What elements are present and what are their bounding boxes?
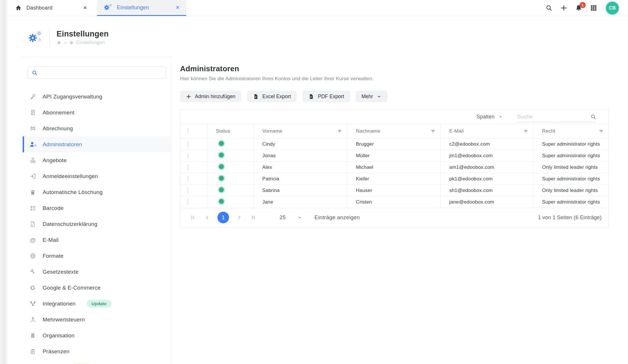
sidebar-item-administratoren[interactable]: Administratoren bbox=[23, 136, 171, 152]
filter-icon[interactable] bbox=[523, 129, 529, 134]
cell-email: jm1@edoobox.com bbox=[449, 153, 493, 158]
section-title: Administratoren bbox=[180, 64, 609, 73]
breadcrumb: > Einstellungen bbox=[57, 40, 109, 45]
sidebar-search-input[interactable] bbox=[41, 70, 162, 76]
table-row[interactable]: Jane Cristen jane@edoobox.com Super admi… bbox=[180, 196, 609, 208]
table-header-row: Status Vorname Nachname E-Mail Recht bbox=[180, 124, 609, 138]
globe-icon bbox=[29, 253, 36, 259]
sidebar-item-abrechnung[interactable]: Abrechnung bbox=[23, 120, 171, 136]
cell-recht: Super administrator rights bbox=[542, 153, 600, 158]
table-pagination: 1 25 Einträge anzeigen 1 von 1 Seiten (6… bbox=[180, 208, 609, 227]
sidebar-item-automatische-loeschung[interactable]: Automatische Löschung bbox=[23, 184, 171, 200]
tab-label: Dashboard bbox=[26, 5, 52, 11]
table-row[interactable]: Patricia Kiefer pk1@edoobox.com Super ad… bbox=[180, 173, 609, 185]
pdf-export-button[interactable]: x PDF Export bbox=[302, 91, 350, 102]
key-icon bbox=[29, 93, 36, 100]
excel-file-icon: x bbox=[253, 94, 259, 100]
sidebar-item-api-zugangsverwaltung[interactable]: API Zugangsverwaltung bbox=[23, 89, 171, 105]
topbar: Dashboard ✕ Einstellungen ✕ 1 bbox=[8, 0, 628, 16]
close-tab-icon[interactable]: ✕ bbox=[176, 5, 180, 10]
search-icon[interactable] bbox=[590, 114, 596, 120]
apps-grid-icon[interactable] bbox=[590, 4, 597, 12]
table-row[interactable]: Cindy Brugger c2@edoobox.com Super admin… bbox=[180, 138, 609, 150]
pagination-first-button[interactable] bbox=[190, 214, 196, 221]
filter-icon[interactable] bbox=[598, 129, 604, 134]
cell-vorname: Jonas bbox=[262, 153, 276, 158]
page-header: Einstellungen > Einstellungen bbox=[28, 28, 109, 46]
table-search-input[interactable] bbox=[517, 114, 588, 120]
pagination-next-button[interactable] bbox=[236, 214, 242, 221]
close-tab-icon[interactable]: ✕ bbox=[83, 6, 87, 10]
sidebar-item-datenschutzerklaerung[interactable]: Datenschutzerklärung bbox=[23, 216, 171, 232]
settings-gears-icon bbox=[28, 30, 44, 45]
pagination-last-button[interactable] bbox=[250, 214, 256, 221]
cell-recht: Only limited leader rights bbox=[542, 164, 598, 170]
cell-email: am1@edoobox.com bbox=[449, 164, 494, 170]
receipt-icon bbox=[29, 109, 36, 116]
tab-einstellungen[interactable]: Einstellungen ✕ bbox=[97, 0, 186, 16]
notifications-bell-icon[interactable]: 1 bbox=[575, 4, 582, 12]
breadcrumb-home-icon[interactable] bbox=[57, 40, 61, 45]
sidebar-item-formate[interactable]: Formate bbox=[23, 248, 171, 264]
pagination-prev-button[interactable] bbox=[204, 214, 210, 221]
cell-nachname: Müller bbox=[356, 153, 370, 158]
cell-nachname: Hauser bbox=[356, 188, 372, 193]
sidebar-item-organisation[interactable]: Organisation bbox=[23, 328, 171, 343]
table-row[interactable]: Sabrina Hauser sh1@edoobox.com Only limi… bbox=[180, 185, 609, 196]
pagination-current-page[interactable]: 1 bbox=[217, 212, 229, 223]
filter-icon[interactable] bbox=[337, 129, 342, 134]
table-row[interactable]: Alex Michael am1@edoobox.com Only limite… bbox=[180, 162, 609, 173]
pagination-summary: 1 von 1 Seiten (6 Einträge) bbox=[538, 215, 602, 221]
search-icon[interactable] bbox=[545, 4, 553, 12]
breadcrumb-current: Einstellungen bbox=[76, 40, 105, 45]
pdf-file-icon: x bbox=[308, 94, 314, 100]
sidebar-item-integrationen[interactable]: Integrationen Update bbox=[23, 296, 171, 312]
add-icon[interactable] bbox=[560, 4, 567, 12]
page-size-caret-icon[interactable] bbox=[297, 215, 302, 220]
sidebar-item-anmeldeeinstellungen[interactable]: Anmeldeeinstellungen bbox=[23, 168, 171, 184]
avatar[interactable]: CB bbox=[606, 2, 619, 14]
add-admin-button[interactable]: Admin hinzufügen bbox=[180, 91, 241, 102]
tab-dashboard[interactable]: Dashboard ✕ bbox=[9, 0, 94, 16]
row-checkbox[interactable] bbox=[188, 187, 188, 193]
row-checkbox[interactable] bbox=[188, 176, 188, 182]
topbar-actions: 1 CB bbox=[538, 0, 628, 16]
row-checkbox[interactable] bbox=[188, 153, 188, 159]
sidebar-item-rechte[interactable]: Rechte Beta bbox=[23, 359, 171, 364]
sidebar-item-angebote[interactable]: Angebote bbox=[23, 152, 171, 168]
excel-export-button[interactable]: x Excel Export bbox=[247, 91, 297, 102]
sidebar-item-abonnement[interactable]: Abonnement bbox=[23, 105, 171, 120]
page-size-value[interactable]: 25 bbox=[279, 214, 286, 221]
filter-icon[interactable] bbox=[430, 129, 436, 134]
sidebar-item-email[interactable]: @ E-Mail bbox=[23, 232, 171, 248]
row-checkbox[interactable] bbox=[188, 164, 188, 170]
gears-icon bbox=[104, 3, 112, 12]
status-indicator bbox=[219, 164, 224, 169]
tab-label: Einstellungen bbox=[117, 5, 149, 11]
notification-badge: 1 bbox=[580, 2, 586, 8]
table-search bbox=[517, 112, 596, 122]
row-checkbox[interactable] bbox=[188, 199, 188, 205]
settings-sidebar: API Zugangsverwaltung Abonnement Abrechn… bbox=[23, 57, 172, 364]
columns-dropdown[interactable]: Spalten bbox=[477, 114, 502, 120]
more-button[interactable]: Mehr bbox=[356, 91, 387, 102]
sidebar-item-gesetzestexte[interactable]: Gesetzestexte bbox=[23, 264, 171, 280]
cell-nachname: Cristen bbox=[356, 199, 372, 205]
app-window: Dashboard ✕ Einstellungen ✕ 1 bbox=[0, 0, 628, 364]
cell-email: pk1@edoobox.com bbox=[449, 176, 493, 182]
sidebar-item-praesenzen[interactable]: Präsenzen bbox=[23, 343, 171, 359]
svg-text:x: x bbox=[311, 96, 312, 98]
column-header-vorname: Vorname bbox=[262, 128, 282, 134]
cell-recht: Super administrator rights bbox=[542, 199, 600, 205]
breadcrumb-gear-icon bbox=[69, 41, 74, 45]
login-icon bbox=[29, 173, 36, 180]
search-icon bbox=[32, 70, 38, 76]
table-row[interactable]: Jonas Müller jm1@edoobox.com Super admin… bbox=[180, 150, 609, 162]
sidebar-item-google-ecommerce[interactable]: G Google & E-Commerce bbox=[23, 280, 171, 296]
select-all-checkbox[interactable] bbox=[188, 128, 188, 134]
sidebar-item-mehrwertsteuern[interactable]: Mehrwertsteuern bbox=[23, 312, 171, 328]
row-checkbox[interactable] bbox=[188, 141, 188, 147]
sidebar-item-barcode[interactable]: Barcode bbox=[23, 200, 171, 216]
section-description: Hier können Sie die Administratoren Ihre… bbox=[180, 76, 609, 82]
plus-icon bbox=[186, 94, 191, 99]
